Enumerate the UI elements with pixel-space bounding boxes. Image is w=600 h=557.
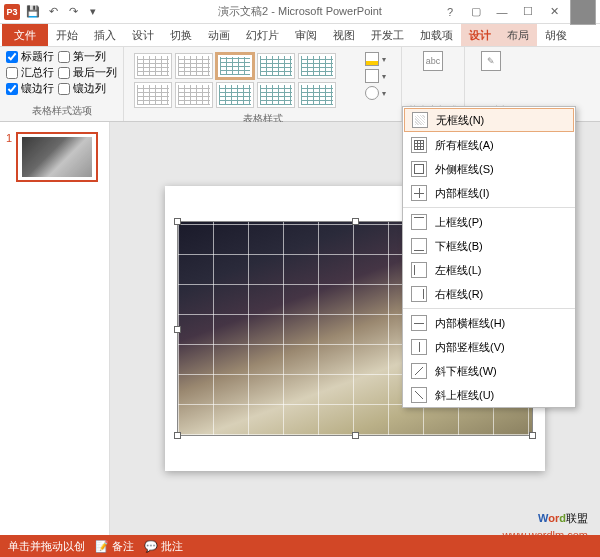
group-style-options: 标题行 第一列 汇总行 最后一列 镶边行 镶边列 表格样式选项 <box>0 47 124 121</box>
slide-number: 1 <box>6 132 12 182</box>
style-thumb[interactable] <box>134 82 172 108</box>
tab-review[interactable]: 审阅 <box>287 24 325 46</box>
save-icon[interactable]: 💾 <box>24 3 42 21</box>
style-thumb[interactable] <box>257 82 295 108</box>
minimize-icon[interactable]: — <box>492 4 512 20</box>
right-border-icon <box>411 286 427 302</box>
user-avatar[interactable] <box>570 0 596 25</box>
group-table-styles: 表格样式 <box>124 47 402 121</box>
dd-diag-down[interactable]: 斜下框线(W) <box>403 359 575 383</box>
pen-icon: ✎ <box>481 51 501 71</box>
dd-outside-borders[interactable]: 外侧框线(S) <box>403 157 575 181</box>
style-thumb-selected[interactable] <box>216 53 254 79</box>
dd-diag-up[interactable]: 斜上框线(U) <box>403 383 575 407</box>
dd-right-border[interactable]: 右框线(R) <box>403 282 575 306</box>
dd-no-border[interactable]: 无框线(N) <box>404 108 574 132</box>
quick-access-toolbar: 💾 ↶ ↷ ▾ <box>24 3 102 21</box>
borders-dropdown: 无框线(N) 所有框线(A) 外侧框线(S) 内部框线(I) 上框线(P) 下框… <box>402 106 576 408</box>
style-thumb[interactable] <box>175 53 213 79</box>
chk-last-col[interactable]: 最后一列 <box>58 65 117 80</box>
comments-button[interactable]: 💬 批注 <box>144 539 183 554</box>
wordart-button[interactable]: abc <box>408 49 458 73</box>
tab-home[interactable]: 开始 <box>48 24 86 46</box>
undo-icon[interactable]: ↶ <box>44 3 62 21</box>
diag-down-icon <box>411 363 427 379</box>
inside-v-icon <box>411 339 427 355</box>
redo-icon[interactable]: ↷ <box>64 3 82 21</box>
no-border-icon <box>412 112 428 128</box>
fill-icon <box>365 52 379 66</box>
maximize-icon[interactable]: ☐ <box>518 4 538 20</box>
dd-top-border[interactable]: 上框线(P) <box>403 210 575 234</box>
thumbnail-image <box>22 137 92 177</box>
style-tools <box>360 49 395 112</box>
tab-design[interactable]: 设计 <box>124 24 162 46</box>
qat-more-icon[interactable]: ▾ <box>84 3 102 21</box>
watermark-logo: Word联盟 <box>538 506 588 527</box>
notes-button[interactable]: 📝 备注 <box>95 539 134 554</box>
dropdown-separator <box>403 308 575 309</box>
close-icon[interactable]: ✕ <box>544 4 564 20</box>
wordart-icon: abc <box>423 51 443 71</box>
style-thumb[interactable] <box>216 82 254 108</box>
style-thumb[interactable] <box>134 53 172 79</box>
chk-total-row[interactable]: 汇总行 <box>6 65 54 80</box>
tab-animations[interactable]: 动画 <box>200 24 238 46</box>
chk-banded-cols[interactable]: 镶边列 <box>58 81 106 96</box>
file-tab[interactable]: 文件 <box>2 24 48 46</box>
dd-left-border[interactable]: 左框线(L) <box>403 258 575 282</box>
left-border-icon <box>411 262 427 278</box>
tab-table-design[interactable]: 设计 <box>461 24 499 46</box>
help-icon[interactable]: ? <box>440 4 460 20</box>
resize-handle[interactable] <box>352 218 359 225</box>
resize-handle[interactable] <box>174 432 181 439</box>
outside-border-icon <box>411 161 427 177</box>
bottom-border-icon <box>411 238 427 254</box>
tab-table-layout[interactable]: 布局 <box>499 24 537 46</box>
effects-icon <box>365 86 379 100</box>
resize-handle[interactable] <box>174 218 181 225</box>
dd-all-borders[interactable]: 所有框线(A) <box>403 133 575 157</box>
resize-handle[interactable] <box>174 326 181 333</box>
slide-panel: 1 <box>0 122 110 535</box>
dd-bottom-border[interactable]: 下框线(B) <box>403 234 575 258</box>
dd-inside-h-border[interactable]: 内部横框线(H) <box>403 311 575 335</box>
resize-handle[interactable] <box>352 432 359 439</box>
tab-transitions[interactable]: 切换 <box>162 24 200 46</box>
titlebar: P3 💾 ↶ ↷ ▾ 演示文稿2 - Microsoft PowerPoint … <box>0 0 600 24</box>
effects-button[interactable] <box>362 85 393 101</box>
style-thumb[interactable] <box>298 53 336 79</box>
dd-inside-borders[interactable]: 内部框线(I) <box>403 181 575 205</box>
slide-thumbnail[interactable] <box>16 132 98 182</box>
tab-insert[interactable]: 插入 <box>86 24 124 46</box>
resize-handle[interactable] <box>529 432 536 439</box>
tab-developer[interactable]: 开发工 <box>363 24 412 46</box>
dropdown-separator <box>403 207 575 208</box>
dd-inside-v-border[interactable]: 内部竖框线(V) <box>403 335 575 359</box>
watermark-url: www.wordlm.com <box>502 529 588 541</box>
chk-banded-rows[interactable]: 镶边行 <box>6 81 54 96</box>
borders-button[interactable] <box>362 68 393 84</box>
inside-border-icon <box>411 185 427 201</box>
status-hint: 单击并拖动以创 <box>8 539 85 554</box>
tab-addins[interactable]: 加载项 <box>412 24 461 46</box>
username[interactable]: 胡俊 <box>537 24 575 46</box>
tab-view[interactable]: 视图 <box>325 24 363 46</box>
diag-up-icon <box>411 387 427 403</box>
tab-slideshow[interactable]: 幻灯片 <box>238 24 287 46</box>
ribbon-tabs: 文件 开始 插入 设计 切换 动画 幻灯片 审阅 视图 开发工 加载项 设计 布… <box>0 24 600 46</box>
border-icon <box>365 69 379 83</box>
draw-border-button[interactable]: ✎ <box>471 49 511 73</box>
group-label-options: 表格样式选项 <box>6 104 117 119</box>
style-thumb[interactable] <box>298 82 336 108</box>
style-thumb[interactable] <box>175 82 213 108</box>
ribbon-toggle-icon[interactable]: ▢ <box>466 4 486 20</box>
shading-button[interactable] <box>362 51 393 67</box>
all-borders-icon <box>411 137 427 153</box>
window-title: 演示文稿2 - Microsoft PowerPoint <box>218 4 382 19</box>
inside-h-icon <box>411 315 427 331</box>
chk-first-col[interactable]: 第一列 <box>58 49 106 64</box>
style-thumb[interactable] <box>257 53 295 79</box>
styles-gallery[interactable] <box>130 49 360 112</box>
chk-header-row[interactable]: 标题行 <box>6 49 54 64</box>
